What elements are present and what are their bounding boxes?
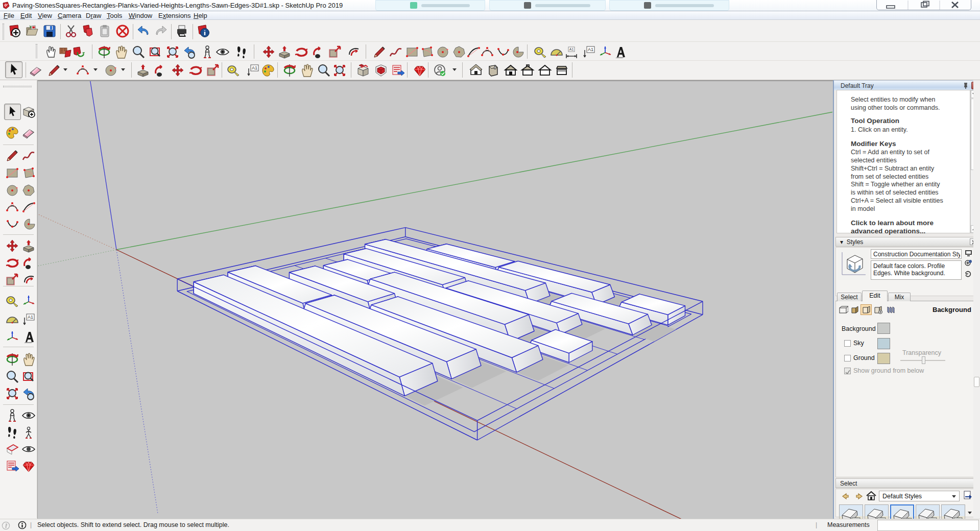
svg-text:A1: A1 [588, 47, 593, 52]
svg-text:A1: A1 [569, 47, 574, 51]
svg-text:A1: A1 [28, 315, 33, 320]
svg-text:A1: A1 [252, 65, 257, 70]
